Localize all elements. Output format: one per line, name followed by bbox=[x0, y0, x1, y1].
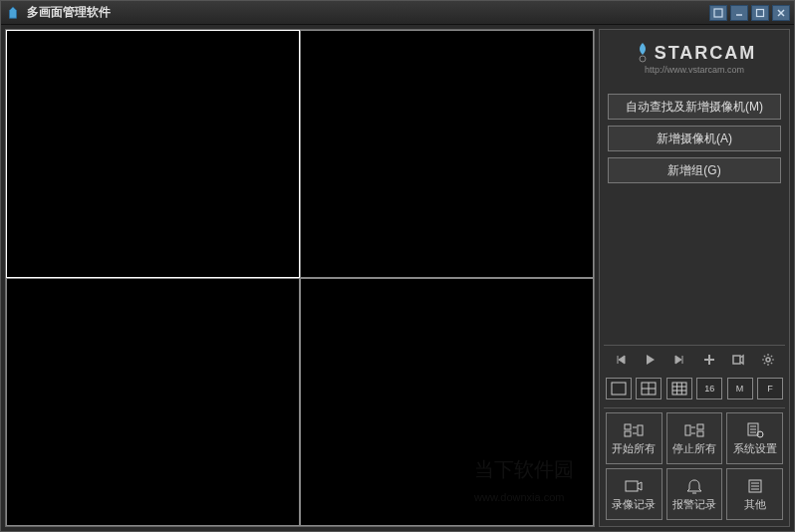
alarm-record-label: 报警记录 bbox=[672, 497, 716, 512]
right-panel: STARCAM http://www.vstarcam.com 自动查找及新增摄… bbox=[599, 29, 790, 527]
stop-all-label: 停止所有 bbox=[672, 441, 716, 456]
stop-all-icon bbox=[684, 421, 704, 439]
window-title: 多画面管理软件 bbox=[27, 4, 709, 21]
app-icon bbox=[5, 5, 21, 21]
start-all-button[interactable]: 开始所有 bbox=[606, 412, 662, 464]
svg-point-5 bbox=[640, 56, 646, 62]
video-cell-3[interactable] bbox=[6, 278, 300, 526]
titlebar: 多画面管理软件 bbox=[1, 1, 794, 25]
alarm-record-icon bbox=[684, 477, 704, 495]
svg-rect-0 bbox=[714, 9, 722, 17]
video-grid bbox=[6, 30, 594, 526]
brand-icon bbox=[633, 41, 653, 65]
layout-16-button[interactable]: 16 bbox=[696, 378, 722, 399]
add-camera-button[interactable]: 新增摄像机(A) bbox=[608, 126, 781, 151]
help-button[interactable] bbox=[709, 5, 727, 21]
system-settings-label: 系统设置 bbox=[733, 441, 777, 456]
add-button[interactable] bbox=[698, 350, 720, 370]
playback-controls bbox=[604, 345, 785, 374]
svg-rect-2 bbox=[757, 9, 764, 16]
svg-rect-20 bbox=[625, 431, 631, 436]
start-all-icon bbox=[624, 421, 644, 439]
layout-f-button[interactable]: F bbox=[757, 378, 783, 399]
video-record-button[interactable]: 录像记录 bbox=[606, 468, 662, 520]
video-grid-container: 当下软件园 www.downxia.com bbox=[5, 29, 595, 527]
window-controls bbox=[709, 5, 790, 21]
video-record-label: 录像记录 bbox=[612, 497, 656, 512]
maximize-button[interactable] bbox=[751, 5, 769, 21]
svg-rect-30 bbox=[626, 481, 638, 491]
brand-url: http://www.vstarcam.com bbox=[645, 65, 744, 75]
other-icon bbox=[745, 477, 765, 495]
add-group-button[interactable]: 新增组(G) bbox=[608, 157, 781, 183]
brand-name: STARCAM bbox=[655, 43, 757, 64]
video-cell-2[interactable] bbox=[300, 30, 594, 278]
svg-rect-23 bbox=[697, 424, 703, 429]
svg-rect-19 bbox=[625, 424, 631, 429]
video-record-icon bbox=[624, 477, 644, 495]
device-tree[interactable] bbox=[604, 191, 785, 341]
other-button[interactable]: 其他 bbox=[726, 468, 783, 520]
system-settings-button[interactable]: 系统设置 bbox=[726, 412, 783, 464]
svg-rect-24 bbox=[697, 431, 703, 436]
stop-all-button[interactable]: 停止所有 bbox=[666, 412, 723, 464]
svg-rect-10 bbox=[612, 383, 626, 395]
snapshot-button[interactable] bbox=[727, 350, 749, 370]
svg-rect-8 bbox=[733, 356, 740, 364]
prev-button[interactable] bbox=[610, 350, 632, 370]
next-button[interactable] bbox=[668, 350, 690, 370]
close-button[interactable] bbox=[772, 5, 790, 21]
layout-9-button[interactable] bbox=[666, 378, 692, 399]
action-grid: 开始所有 停止所有 系统设置 录像记录 bbox=[604, 407, 785, 522]
layout-1-button[interactable] bbox=[606, 378, 632, 399]
layout-4-button[interactable] bbox=[636, 378, 662, 399]
layout-buttons: 16 M F bbox=[604, 374, 785, 403]
main-content: 当下软件园 www.downxia.com STARCAM http://www… bbox=[1, 25, 794, 531]
video-cell-1[interactable] bbox=[6, 30, 300, 278]
layout-m-button[interactable]: M bbox=[727, 378, 753, 399]
svg-point-9 bbox=[766, 358, 770, 362]
video-cell-4[interactable] bbox=[300, 278, 594, 526]
play-button[interactable] bbox=[639, 350, 661, 370]
brand-logo: STARCAM http://www.vstarcam.com bbox=[604, 34, 785, 82]
system-settings-icon bbox=[745, 421, 765, 439]
svg-rect-14 bbox=[672, 383, 686, 395]
alarm-record-button[interactable]: 报警记录 bbox=[666, 468, 723, 520]
svg-rect-21 bbox=[638, 425, 643, 435]
svg-rect-22 bbox=[685, 425, 690, 435]
start-all-label: 开始所有 bbox=[612, 441, 656, 456]
config-buttons: 自动查找及新增摄像机(M) 新增摄像机(A) 新增组(G) bbox=[604, 90, 785, 187]
settings-icon[interactable] bbox=[757, 350, 779, 370]
minimize-button[interactable] bbox=[730, 5, 748, 21]
other-label: 其他 bbox=[744, 497, 766, 512]
auto-search-button[interactable]: 自动查找及新增摄像机(M) bbox=[608, 94, 781, 120]
